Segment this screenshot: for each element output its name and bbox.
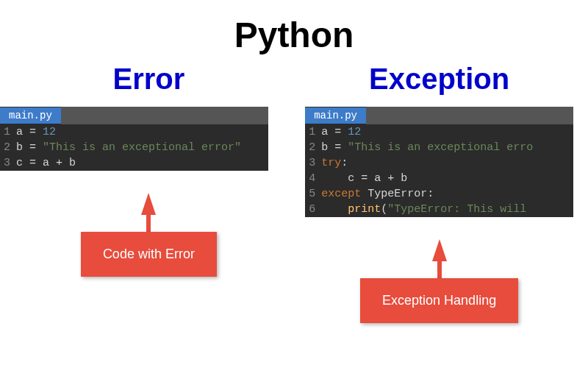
code-content: b = "This is an exceptional error" xyxy=(16,141,241,154)
file-tab: main.py xyxy=(0,107,61,124)
code-content: a = 12 xyxy=(321,126,361,138)
exception-callout-group: Exception Handling xyxy=(305,239,573,323)
error-code-editor: main.py 1a = 122b = "This is an exceptio… xyxy=(0,107,268,171)
code-content: try: xyxy=(321,157,348,169)
file-tab: main.py xyxy=(305,107,366,124)
code-line: 3try: xyxy=(305,155,573,171)
line-number: 5 xyxy=(305,188,321,200)
code-line: 3c = a + b xyxy=(0,155,268,171)
arrow-stem xyxy=(437,260,442,278)
editor-tab-bar: main.py xyxy=(0,107,268,124)
line-number: 1 xyxy=(0,126,16,138)
error-column: Error main.py 1a = 122b = "This is an ex… xyxy=(15,55,283,323)
tab-bar-rest xyxy=(61,107,268,124)
code-content: print("TypeError: This will xyxy=(321,203,533,216)
line-number: 2 xyxy=(305,141,321,154)
error-callout-group: Code with Error xyxy=(15,193,283,277)
line-number: 2 xyxy=(0,141,16,154)
code-content: except TypeError: xyxy=(321,188,434,200)
editor-tab-bar: main.py xyxy=(305,107,573,124)
line-number: 3 xyxy=(0,157,16,169)
line-number: 3 xyxy=(305,157,321,169)
code-line: 5except TypeError: xyxy=(305,186,573,202)
arrow-up-icon xyxy=(141,193,156,215)
error-heading: Error xyxy=(15,55,283,107)
code-lines: 1a = 122b = "This is an exceptional erro… xyxy=(305,124,573,217)
exception-code-editor: main.py 1a = 122b = "This is an exceptio… xyxy=(305,107,573,217)
code-line: 4 c = a + b xyxy=(305,171,573,186)
line-number: 6 xyxy=(305,203,321,216)
code-content: a = 12 xyxy=(16,126,56,138)
tab-bar-rest xyxy=(366,107,573,124)
arrow-stem xyxy=(146,213,151,232)
exception-callout: Exception Handling xyxy=(360,278,518,323)
exception-column: Exception main.py 1a = 122b = "This is a… xyxy=(305,55,573,323)
code-line: 1a = 12 xyxy=(0,124,268,140)
comparison-columns: Error main.py 1a = 122b = "This is an ex… xyxy=(0,55,588,323)
line-number: 1 xyxy=(305,126,321,138)
line-number: 4 xyxy=(305,172,321,185)
code-content: c = a + b xyxy=(321,172,407,185)
code-line: 2b = "This is an exceptional erro xyxy=(305,140,573,155)
code-content: b = "This is an exceptional erro xyxy=(321,141,533,154)
page-title: Python xyxy=(0,0,588,55)
error-callout: Code with Error xyxy=(81,232,217,277)
code-line: 2b = "This is an exceptional error" xyxy=(0,140,268,155)
code-content: c = a + b xyxy=(16,157,76,169)
code-line: 1a = 12 xyxy=(305,124,573,140)
code-lines: 1a = 122b = "This is an exceptional erro… xyxy=(0,124,268,171)
exception-heading: Exception xyxy=(305,55,573,107)
code-line: 6 print("TypeError: This will xyxy=(305,202,573,217)
arrow-up-icon xyxy=(432,239,447,261)
